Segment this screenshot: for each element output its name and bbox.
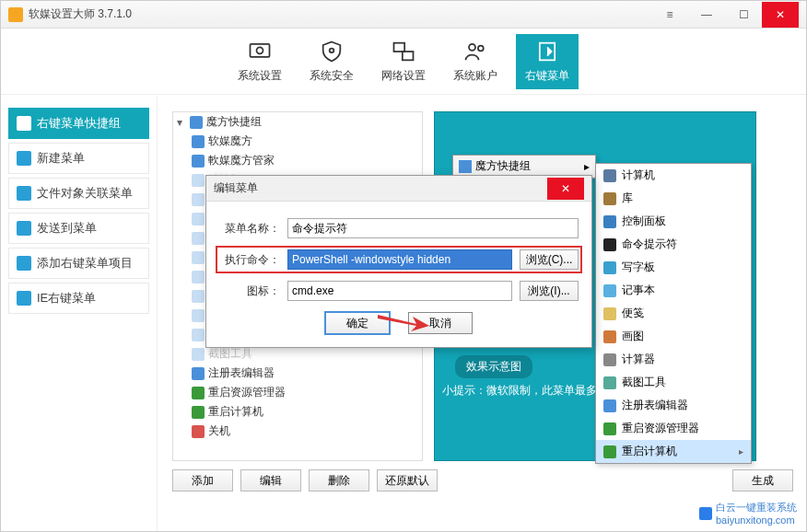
- tab-context-menu[interactable]: 右键菜单: [516, 34, 579, 89]
- app-icon: [192, 329, 205, 341]
- power-icon: [192, 425, 205, 438]
- notepad-icon: [603, 284, 616, 297]
- app-logo-icon: [8, 7, 23, 22]
- submenu-item[interactable]: 截图工具: [596, 371, 751, 394]
- maximize-button[interactable]: ☐: [725, 2, 762, 28]
- tab-network-settings[interactable]: 网络设置: [372, 34, 435, 89]
- sidebar-item-file-assoc[interactable]: 文件对象关联菜单: [8, 178, 149, 209]
- generate-button[interactable]: 生成: [732, 469, 793, 492]
- submenu-item[interactable]: 便笺: [596, 302, 751, 325]
- submenu-item[interactable]: 计算器: [596, 348, 751, 371]
- svg-point-6: [478, 46, 484, 52]
- tree-item[interactable]: 注册表编辑器: [173, 364, 422, 383]
- submenu-item[interactable]: 控制面板: [596, 210, 751, 233]
- app-icon: [192, 155, 205, 168]
- menu-name-input[interactable]: [287, 218, 579, 238]
- item-icon: [17, 116, 31, 131]
- command-label: 执行命令：: [219, 252, 280, 268]
- watermark-logo-icon: [699, 507, 712, 520]
- restart-icon: [603, 445, 616, 458]
- annotation-arrow-icon: [376, 306, 431, 336]
- tree-item[interactable]: 重启计算机: [173, 402, 422, 422]
- control-panel-icon: [603, 215, 616, 228]
- tree-item[interactable]: 软媒魔方: [173, 132, 422, 151]
- dialog-header: 编辑菜单 ✕: [206, 176, 591, 202]
- grid-icon: [190, 116, 203, 129]
- item-icon: [17, 256, 31, 271]
- edit-button[interactable]: 编辑: [240, 469, 301, 492]
- restore-button[interactable]: 还原默认: [377, 469, 438, 492]
- row-icon: 图标： 浏览(I)...: [219, 281, 579, 301]
- dialog-close-button[interactable]: ✕: [547, 178, 584, 200]
- computer-icon: [603, 169, 616, 182]
- dialog-title: 编辑菜单: [214, 180, 258, 196]
- svg-rect-4: [403, 52, 414, 60]
- submenu-item[interactable]: 重启计算机▸: [596, 440, 751, 463]
- sidebar-item-add-item[interactable]: 添加右键菜单项目: [8, 248, 149, 279]
- window-controls: ≡ — ☐ ✕: [651, 2, 799, 28]
- app-icon: [192, 367, 205, 380]
- tab-system-accounts[interactable]: 系统账户: [444, 34, 507, 89]
- top-toolbar: 系统设置 系统安全 网络设置 系统账户 右键菜单: [1, 29, 806, 95]
- bottom-buttons: 添加 编辑 删除 还原默认: [172, 469, 438, 492]
- submenu-item[interactable]: 记事本: [596, 279, 751, 302]
- chevron-right-icon: ▸: [739, 446, 743, 457]
- svg-rect-0: [251, 44, 270, 57]
- close-button[interactable]: ✕: [762, 2, 799, 28]
- submenu-item[interactable]: 注册表编辑器: [596, 394, 751, 417]
- menu-name-label: 菜单名称：: [219, 221, 280, 237]
- titlebar: 软媒设置大师 3.7.1.0 ≡ — ☐ ✕: [1, 1, 806, 29]
- sidebar-item-new-menu[interactable]: 新建菜单: [8, 143, 149, 174]
- item-icon: [17, 186, 31, 201]
- wordpad-icon: [603, 261, 616, 274]
- submenu-item[interactable]: 命令提示符: [596, 233, 751, 256]
- tab-system-settings[interactable]: 系统设置: [228, 34, 291, 89]
- tree-root[interactable]: ▾魔方快捷组: [173, 112, 422, 132]
- tree-item[interactable]: 軟媒魔方管家: [173, 151, 422, 170]
- app-icon: [192, 309, 205, 322]
- app-icon: [192, 271, 205, 283]
- submenu-item[interactable]: 画图: [596, 325, 751, 348]
- icon-label: 图标：: [219, 283, 280, 299]
- add-button[interactable]: 添加: [172, 469, 233, 492]
- library-icon: [603, 192, 616, 205]
- tree-item[interactable]: 重启资源管理器: [173, 383, 422, 402]
- item-icon: [17, 151, 31, 166]
- sticky-icon: [603, 307, 616, 320]
- browse-icon-button[interactable]: 浏览(I)...: [520, 281, 579, 301]
- paint-icon: [603, 330, 616, 343]
- tree-item[interactable]: 关机: [173, 422, 422, 441]
- watermark: 白云一键重装系统baiyunxitong.com: [699, 501, 797, 526]
- menu-icon[interactable]: ≡: [651, 2, 688, 28]
- command-input[interactable]: [287, 249, 512, 270]
- app-icon: [192, 348, 205, 361]
- grid-icon: [459, 160, 472, 173]
- context-submenu: 计算机 库 控制面板 命令提示符 写字板 记事本 便笺 画图 计算器 截图工具 …: [595, 163, 752, 464]
- regedit-icon: [603, 399, 616, 412]
- item-icon: [17, 291, 31, 306]
- sidebar: 右键菜单快捷组 新建菜单 文件对象关联菜单 发送到菜单 添加右键菜单项目 IE右…: [1, 97, 158, 531]
- submenu-item[interactable]: 计算机: [596, 164, 751, 187]
- app-icon: [192, 174, 205, 187]
- app-icon: [192, 135, 205, 148]
- row-menu-name: 菜单名称：: [219, 218, 579, 238]
- submenu-item[interactable]: 写字板: [596, 256, 751, 279]
- app-icon: [192, 193, 205, 206]
- sidebar-item-sendto[interactable]: 发送到菜单: [8, 213, 149, 244]
- effect-preview-button[interactable]: 效果示意图: [455, 355, 532, 378]
- minimize-button[interactable]: —: [688, 2, 725, 28]
- sidebar-item-ie-menu[interactable]: IE右键菜单: [8, 283, 149, 314]
- svg-point-1: [257, 47, 263, 53]
- row-command: 执行命令： 浏览(C)...: [219, 249, 579, 270]
- tab-system-security[interactable]: 系统安全: [300, 34, 363, 89]
- submenu-item[interactable]: 库: [596, 187, 751, 210]
- browse-command-button[interactable]: 浏览(C)...: [520, 249, 579, 270]
- delete-button[interactable]: 删除: [309, 469, 369, 492]
- restart-icon: [192, 406, 205, 419]
- icon-input[interactable]: [287, 281, 512, 301]
- app-icon: [192, 232, 205, 245]
- restart-explorer-icon: [603, 422, 616, 435]
- sidebar-item-shortcut-group[interactable]: 右键菜单快捷组: [8, 108, 149, 139]
- submenu-item[interactable]: 重启资源管理器: [596, 417, 751, 440]
- app-icon: [192, 251, 205, 264]
